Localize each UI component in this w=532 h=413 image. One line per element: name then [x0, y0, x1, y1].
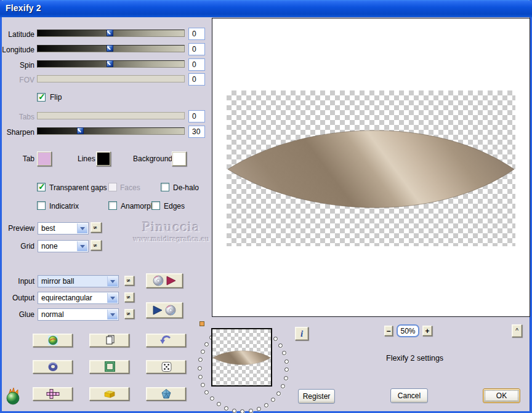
cancel-button[interactable]: Cancel	[390, 388, 428, 403]
dial-dot[interactable]	[278, 343, 283, 348]
plus-icon: +	[425, 327, 429, 335]
input-cycle-button[interactable]: s	[124, 276, 134, 286]
latitude-slider[interactable]	[37, 30, 185, 37]
sharpen-slider-thumb[interactable]	[77, 127, 84, 134]
polyhedron-button[interactable]	[146, 387, 186, 401]
brick-button[interactable]	[89, 387, 129, 401]
preview-combo-value: best	[41, 224, 55, 233]
dial-dot[interactable]	[201, 383, 205, 387]
tab-color-swatch[interactable]	[37, 151, 52, 166]
glue-combo[interactable]: normal	[38, 308, 119, 321]
s-cycle-icon: s	[126, 313, 133, 315]
sharpen-value[interactable]: 30	[188, 126, 205, 138]
dial-dot[interactable]	[198, 375, 203, 379]
background-color-swatch[interactable]	[172, 151, 187, 166]
dial-dot[interactable]	[224, 406, 228, 411]
latitude-value[interactable]: 0	[188, 28, 205, 40]
tabs-value[interactable]: 0	[188, 110, 205, 122]
transparent-gaps-checkbox[interactable]: ✓	[37, 183, 46, 191]
s-cycle-icon: s	[92, 226, 100, 228]
register-button[interactable]: Register	[298, 389, 335, 404]
output-cycle-button[interactable]: s	[124, 292, 134, 302]
dial-dot[interactable]	[217, 402, 221, 406]
save-settings-button[interactable]	[146, 302, 183, 318]
dial-dot[interactable]	[281, 384, 285, 388]
dial-dot[interactable]	[204, 390, 209, 395]
dial-dot[interactable]	[240, 409, 244, 413]
longitude-value[interactable]: 0	[188, 43, 205, 55]
memory-slot-marker[interactable]	[200, 321, 204, 326]
indicatrix-checkbox[interactable]	[37, 201, 46, 210]
torus-icon	[47, 361, 59, 372]
de-halo-checkbox[interactable]	[161, 183, 169, 191]
flip-checkbox[interactable]: ✓	[37, 93, 46, 102]
preview-pane[interactable]	[212, 18, 530, 317]
dial-dot[interactable]	[282, 351, 286, 355]
globe-button[interactable]	[33, 334, 73, 347]
torus-button[interactable]	[33, 360, 73, 374]
zoom-in-button[interactable]: +	[422, 326, 432, 336]
fov-value[interactable]: 0	[188, 73, 205, 86]
longitude-slider-thumb[interactable]	[107, 45, 113, 52]
tabs-slider	[37, 112, 185, 119]
anamorph-checkbox[interactable]	[108, 201, 117, 210]
dial-dot[interactable]	[264, 403, 268, 407]
sharpen-label: Sharpen	[0, 128, 34, 137]
latitude-slider-thumb[interactable]	[107, 30, 113, 36]
lines-color-swatch[interactable]	[96, 151, 111, 166]
dial-dot[interactable]	[249, 409, 253, 413]
spin-slider-thumb[interactable]	[107, 60, 113, 67]
dial-dot[interactable]	[284, 376, 288, 380]
frame-button[interactable]	[89, 360, 129, 374]
ok-button[interactable]: OK	[483, 388, 520, 403]
zoom-out-button[interactable]: −	[384, 326, 393, 336]
dial-dot[interactable]	[232, 409, 236, 413]
dial-dot[interactable]	[198, 358, 203, 362]
flip-label: Flip	[50, 93, 62, 102]
s-cycle-icon: s	[126, 279, 133, 282]
cd-red-play-icon	[151, 275, 178, 287]
tab-swatch-label: Tab	[0, 154, 34, 163]
ok-button-label: OK	[496, 391, 507, 400]
globe-orb-icon	[46, 335, 60, 346]
preview-combo[interactable]: best	[38, 222, 89, 235]
grid-combo[interactable]: none	[38, 240, 89, 252]
dial-dot[interactable]	[284, 367, 289, 372]
dial-dot[interactable]	[284, 359, 289, 364]
dial-dot[interactable]	[198, 366, 202, 371]
dial-dot[interactable]	[204, 342, 209, 347]
fov-label: FOV	[0, 76, 34, 84]
info-button[interactable]: i	[295, 327, 308, 340]
collapse-button[interactable]: ^	[512, 324, 522, 337]
dial-dot[interactable]	[201, 350, 205, 354]
dial-dot[interactable]	[273, 337, 278, 341]
chevron-down-icon[interactable]	[77, 223, 87, 233]
dial-dot[interactable]	[257, 407, 261, 411]
chevron-down-icon[interactable]	[107, 293, 118, 303]
title-bar[interactable]: Flexify 2	[0, 0, 532, 17]
edges-checkbox[interactable]	[151, 201, 160, 210]
input-combo[interactable]: mirror ball	[38, 275, 119, 287]
thumbnail-lens-image	[212, 343, 271, 372]
cube-net-button[interactable]	[33, 387, 73, 401]
longitude-slider[interactable]	[37, 45, 185, 52]
spin-slider[interactable]	[37, 60, 185, 68]
spin-value[interactable]: 0	[188, 58, 205, 71]
dice-button[interactable]	[146, 360, 186, 374]
minus-icon: −	[386, 327, 390, 335]
chevron-down-icon[interactable]	[107, 310, 118, 319]
grid-cycle-button[interactable]: s	[91, 240, 102, 251]
sharpen-slider[interactable]	[37, 127, 185, 135]
glue-cycle-button[interactable]: s	[124, 309, 134, 319]
dial-dot[interactable]	[271, 398, 275, 402]
copy-button[interactable]	[89, 334, 129, 347]
polyhedron-icon	[159, 388, 173, 399]
dial-dot[interactable]	[276, 391, 281, 396]
output-combo[interactable]: equirectangular	[38, 292, 119, 304]
chevron-down-icon[interactable]	[77, 241, 87, 251]
dial-dot[interactable]	[210, 396, 214, 401]
load-settings-button[interactable]	[146, 273, 183, 288]
chevron-down-icon[interactable]	[107, 276, 118, 286]
preview-cycle-button[interactable]: s	[91, 222, 102, 233]
undo-button[interactable]	[146, 334, 186, 347]
